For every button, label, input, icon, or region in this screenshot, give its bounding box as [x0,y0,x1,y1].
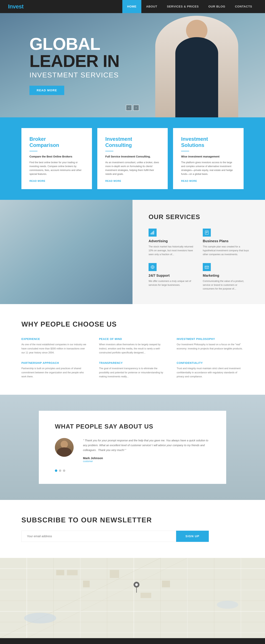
nav-item-about[interactable]: ABOUT [141,0,162,13]
newsletter-heading: SUBSCRIBE TO OUR NEWSLETTER [22,516,243,524]
why-item-partnership: PARTNERSHIP APPROACH Partnership is buil… [22,362,88,379]
svg-point-9 [152,266,153,268]
services-grid: Advertising The stock market has histori… [149,228,249,291]
feature-subtitle-solutions: Wise investment management [181,155,235,158]
service-name-businessplans: Business Plans [203,239,249,243]
nav-item-home[interactable]: HOME [122,0,141,13]
why-text-transparency: The goal of investment transparency is t… [99,366,166,379]
hero-cta-button[interactable]: READ MORE [30,86,64,95]
hero-person-image [155,16,238,117]
hero-next-button[interactable]: › [133,105,139,111]
services-image [0,200,133,304]
why-title-peace: PEACE OF MIND [99,338,166,340]
feature-card-broker: BrokerComparison Compare the Best Online… [22,128,92,189]
why-text-philosophy: Our Investment Philosophy is based on a … [177,342,243,350]
feature-link-broker[interactable]: READ MORE [30,180,45,182]
testimonial-body: " Thank you for your prompt response and… [83,438,210,463]
nav-item-services[interactable]: SERVICES & PRICES [162,0,204,13]
service-name-marketing: Marketing [203,274,249,278]
why-title-transparency: TRANSPARENCY [99,362,166,364]
service-item-support: 24/7 Support We offer customers a truly … [149,263,195,291]
svg-rect-45 [110,570,119,578]
why-heading: WHY PEOPLE CHOOSE US [22,320,243,328]
businessplans-icon [203,228,211,236]
feature-text-solutions: The platform gives investors access to t… [181,160,235,176]
svg-rect-2 [153,232,153,234]
service-desc-marketing: Communicating the value of a product, se… [203,279,249,291]
feature-title-solutions: InvestmentSolutions [181,136,235,148]
testimonial-quote: " Thank you for your prompt response and… [83,438,210,452]
testimonials-heading: WHAT PEOPLE SAY ABOUT US [55,423,210,430]
advertising-icon [149,228,157,236]
feature-title-consulting: InvestmentConsulting [105,136,160,148]
navigation: Invest HOME ABOUT SERVICES & PRICES OUR … [0,0,265,13]
nav-link-services[interactable]: SERVICES & PRICES [162,0,204,13]
map-background [0,558,265,638]
feature-text-consulting: As an investment consultant, unlike a br… [105,160,160,176]
why-title-philosophy: INVESTMENT PHILOSOPHY [177,338,243,340]
site-logo[interactable]: Invest [8,3,24,10]
svg-point-40 [24,613,56,624]
newsletter-email-input[interactable] [22,531,176,542]
why-grid: EXPERIENCE As one of the most establishe… [22,338,243,379]
feature-link-consulting[interactable]: READ MORE [105,180,121,182]
feature-text-broker: Find the best online broker for your tra… [30,160,84,176]
nav-link-home[interactable]: HOME [122,0,141,13]
why-item-confidentiality: CONFIDENTIALITY Trust and integrity must… [177,362,243,379]
service-item-advertising: Advertising The stock market has histori… [149,228,195,256]
svg-rect-42 [56,570,64,575]
feature-divider-broker [30,151,38,151]
svg-rect-1 [152,232,152,234]
why-title-confidentiality: CONFIDENTIALITY [177,362,243,364]
why-text-peace: When investors allow themselves to be la… [99,342,166,355]
service-item-marketing: Marketing Communicating the value of a p… [203,263,249,291]
nav-link-contacts[interactable]: CONTACTS [230,0,257,13]
nav-item-blog[interactable]: OUR BLOG [204,0,230,13]
service-item-businessplans: Business Plans This sample plan was crea… [203,228,249,256]
svg-rect-4 [205,231,208,234]
nav-link-about[interactable]: ABOUT [141,0,162,13]
feature-card-solutions: InvestmentSolutions Wise investment mana… [173,128,243,189]
dot-1[interactable] [55,470,57,472]
testimonial-content: " Thank you for your prompt response and… [55,438,210,463]
svg-rect-5 [206,232,208,232]
feature-divider-consulting [105,151,113,151]
svg-rect-7 [206,233,207,233]
dot-2[interactable] [59,470,61,472]
why-title-partnership: PARTNERSHIP APPROACH [22,362,88,364]
dot-3[interactable] [63,470,65,472]
features-grid: BrokerComparison Compare the Best Online… [22,128,243,189]
service-desc-support: We offer customers a truly unique set of… [149,279,195,287]
svg-rect-47 [162,581,170,587]
nav-link-blog[interactable]: OUR BLOG [204,0,230,13]
feature-subtitle-consulting: Full Service Investment Consulting. [105,155,160,158]
feature-title-broker: BrokerComparison [30,136,84,148]
services-content: OUR SERVICES Advertising The stock marke… [133,200,265,304]
support-icon [149,263,157,271]
why-title-experience: EXPERIENCE [22,338,88,340]
map-roads-svg [0,558,265,638]
feature-link-solutions[interactable]: READ MORE [181,180,197,182]
why-text-partnership: Partnership is built on principles and p… [22,366,88,379]
feature-subtitle-broker: Compare the Best Online Brokers [30,155,84,158]
logo-rest: vest [13,3,24,10]
feature-divider-solutions [181,151,189,151]
hero-prev-button[interactable]: ‹ [126,105,132,111]
service-desc-advertising: The stock market has historically return… [149,245,195,256]
why-text-experience: As one of the most established companies… [22,342,88,355]
why-item-philosophy: INVESTMENT PHILOSOPHY Our Investment Phi… [177,338,243,355]
newsletter-submit-button[interactable]: SIGN UP [176,531,209,542]
svg-rect-14 [205,266,209,269]
services-section: OUR SERVICES Advertising The stock marke… [0,200,265,304]
svg-rect-0 [151,233,151,234]
nav-item-contacts[interactable]: CONTACTS [230,0,257,13]
why-section: WHY PEOPLE CHOOSE US EXPERIENCE As one o… [0,304,265,395]
footer: Invest INVEST © 2018 • PRIVACY POLICY in… [0,638,265,644]
svg-rect-18 [0,558,265,638]
feature-card-consulting: InvestmentConsulting Full Service Invest… [97,128,168,189]
testimonial-role: customer [83,460,210,463]
service-desc-businessplans: This sample plan was created for a hypot… [203,245,249,256]
why-item-transparency: TRANSPARENCY The goal of investment tran… [99,362,166,379]
newsletter-form: SIGN UP [22,531,209,542]
service-name-support: 24/7 Support [149,274,195,278]
